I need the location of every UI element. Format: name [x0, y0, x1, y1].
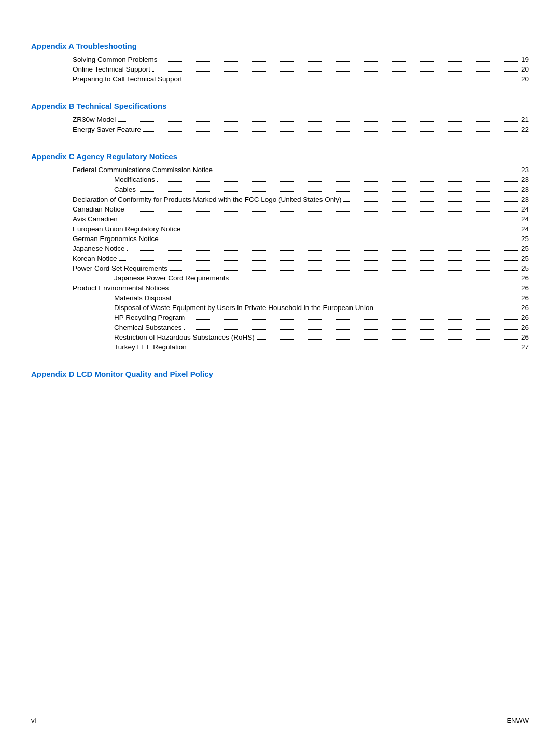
appendix-heading[interactable]: Appendix A Troubleshooting: [31, 41, 529, 50]
toc-entry[interactable]: Turkey EEE Regulation27: [31, 343, 529, 351]
toc-label: Materials Disposal: [114, 294, 171, 302]
toc-entry[interactable]: Canadian Notice24: [31, 205, 529, 213]
toc-label: Canadian Notice: [73, 205, 124, 213]
toc-entry[interactable]: Energy Saver Feature22: [31, 125, 529, 133]
toc-label: Solving Common Problems: [73, 55, 158, 63]
toc-page: 26: [521, 284, 529, 292]
toc-dots: [343, 201, 519, 202]
toc-label: Korean Notice: [73, 255, 117, 262]
toc-page: 24: [521, 215, 529, 223]
toc-label: Disposal of Waste Equipment by Users in …: [114, 304, 373, 312]
toc-page: 25: [521, 264, 529, 272]
toc-label: Modifications: [114, 176, 155, 184]
toc-page: 23: [521, 195, 529, 203]
toc-entry[interactable]: European Union Regulatory Notice24: [31, 225, 529, 233]
toc-dots: [143, 131, 519, 132]
toc-entry[interactable]: ZR30w Model21: [31, 116, 529, 123]
toc-entry[interactable]: German Ergonomics Notice25: [31, 235, 529, 243]
toc-page: 24: [521, 205, 529, 213]
toc-page: 20: [521, 65, 529, 73]
toc-page: 23: [521, 176, 529, 184]
toc-page: 25: [521, 235, 529, 243]
toc-dots: [187, 319, 519, 320]
footer-text-right: ENWW: [507, 716, 529, 724]
toc-section-appendix-d: Appendix D LCD Monitor Quality and Pixel…: [31, 370, 529, 378]
toc-entry[interactable]: Avis Canadien24: [31, 215, 529, 223]
toc-label: Online Technical Support: [73, 65, 150, 73]
toc-entry[interactable]: Japanese Notice25: [31, 245, 529, 252]
toc-dots: [375, 310, 519, 310]
toc-entry[interactable]: Declaration of Conformity for Products M…: [31, 195, 529, 203]
toc-page: 27: [521, 343, 529, 351]
footer-page-left: vi: [31, 716, 36, 724]
toc-entry[interactable]: Restriction of Hazardous Substances (RoH…: [31, 333, 529, 341]
toc-dots: [118, 121, 519, 122]
toc-page: 25: [521, 255, 529, 262]
toc-label: Preparing to Call Technical Support: [73, 75, 182, 83]
toc-entry[interactable]: Online Technical Support20: [31, 65, 529, 73]
toc-label: Chemical Substances: [114, 324, 182, 331]
toc-dots: [157, 181, 519, 182]
toc-dots: [138, 191, 519, 192]
toc-page: 24: [521, 225, 529, 233]
toc-label: European Union Regulatory Notice: [73, 225, 181, 233]
toc-entry[interactable]: Power Cord Set Requirements25: [31, 264, 529, 272]
toc-entry[interactable]: Materials Disposal26: [31, 294, 529, 302]
toc-dots: [215, 172, 519, 172]
toc-entry[interactable]: Disposal of Waste Equipment by Users in …: [31, 304, 529, 312]
toc-label: Japanese Notice: [73, 245, 125, 252]
toc-page: 19: [521, 55, 529, 63]
toc-dots: [183, 231, 519, 231]
toc-dots: [120, 221, 519, 221]
toc-dots: [231, 280, 519, 280]
toc-label: Energy Saver Feature: [73, 125, 141, 133]
toc-entry[interactable]: Solving Common Problems19: [31, 55, 529, 63]
toc-entry[interactable]: Federal Communications Commission Notice…: [31, 166, 529, 174]
appendix-heading[interactable]: Appendix B Technical Specifications: [31, 102, 529, 110]
toc-dots: [257, 339, 519, 340]
toc-page: 26: [521, 304, 529, 312]
toc-label: Product Environmental Notices: [73, 284, 169, 292]
toc-dots: [170, 270, 519, 271]
toc-dots: [189, 349, 519, 349]
toc-page: 25: [521, 245, 529, 252]
toc-page: 21: [521, 116, 529, 123]
toc-label: Declaration of Conformity for Products M…: [73, 195, 341, 203]
toc-page: 26: [521, 333, 529, 341]
toc-entry[interactable]: Chemical Substances26: [31, 324, 529, 331]
toc-label: ZR30w Model: [73, 116, 116, 123]
toc-dots: [127, 250, 519, 251]
toc-section-appendix-c: Appendix C Agency Regulatory NoticesFede…: [31, 152, 529, 351]
toc-label: Japanese Power Cord Requirements: [114, 274, 229, 282]
toc-entry[interactable]: Japanese Power Cord Requirements26: [31, 274, 529, 282]
toc-label: Cables: [114, 186, 136, 193]
toc-page: 26: [521, 274, 529, 282]
toc-page: 26: [521, 294, 529, 302]
toc-label: Power Cord Set Requirements: [73, 264, 167, 272]
toc-dots: [184, 329, 519, 330]
toc-dots: [160, 61, 519, 62]
toc-entry[interactable]: HP Recycling Program26: [31, 314, 529, 321]
toc-dots: [171, 290, 519, 290]
toc-container: Appendix A TroubleshootingSolving Common…: [31, 41, 529, 378]
appendix-heading[interactable]: Appendix C Agency Regulatory Notices: [31, 152, 529, 161]
toc-dots: [161, 241, 519, 241]
toc-label: Turkey EEE Regulation: [114, 343, 187, 351]
toc-dots: [173, 300, 519, 300]
toc-entry[interactable]: Cables23: [31, 186, 529, 193]
toc-label: German Ergonomics Notice: [73, 235, 159, 243]
toc-label: Avis Canadien: [73, 215, 118, 223]
toc-entry[interactable]: Korean Notice25: [31, 255, 529, 262]
toc-section-appendix-a: Appendix A TroubleshootingSolving Common…: [31, 41, 529, 83]
toc-entry[interactable]: Product Environmental Notices26: [31, 284, 529, 292]
toc-entry[interactable]: Modifications23: [31, 176, 529, 184]
toc-section-appendix-b: Appendix B Technical SpecificationsZR30w…: [31, 102, 529, 133]
toc-label: Federal Communications Commission Notice: [73, 166, 213, 174]
footer: vi ENWW: [31, 716, 529, 724]
toc-entry[interactable]: Preparing to Call Technical Support20: [31, 75, 529, 83]
toc-label: Restriction of Hazardous Substances (RoH…: [114, 333, 255, 341]
toc-dots: [119, 260, 519, 261]
toc-page: 23: [521, 166, 529, 174]
appendix-heading[interactable]: Appendix D LCD Monitor Quality and Pixel…: [31, 370, 529, 378]
toc-page: 26: [521, 314, 529, 321]
